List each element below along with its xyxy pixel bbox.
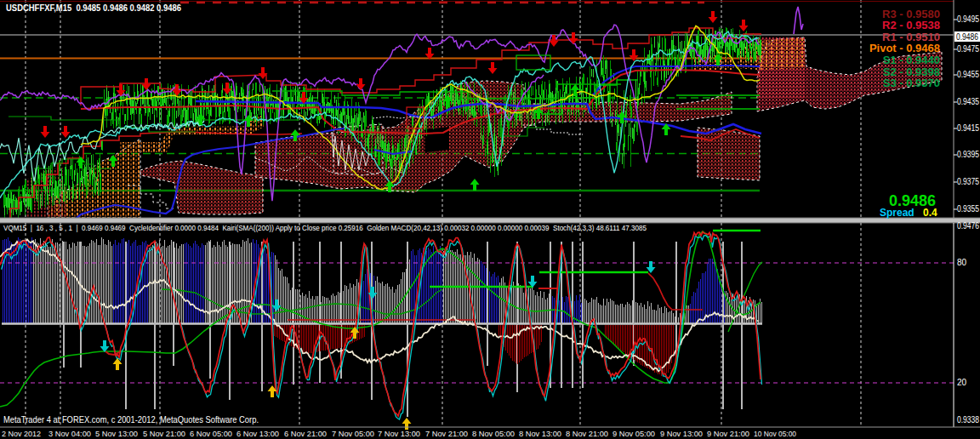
svg-text:6 Nov 21:00: 6 Nov 21:00 [284,429,327,438]
svg-text:USDCHFFXF,M15 0.9485 0.9486 0: USDCHFFXF,M15 0.9485 0.9486 0.9482 0.948… [6,3,181,13]
svg-text:0.9338: 0.9338 [957,415,979,425]
svg-text:7 Nov 21:00: 7 Nov 21:00 [425,429,468,438]
svg-text:8 Nov 05:00: 8 Nov 05:00 [472,429,515,438]
svg-text:0.4: 0.4 [923,207,937,219]
svg-text:7 Nov 05:00: 7 Nov 05:00 [332,429,374,438]
svg-text:0.9435: 0.9435 [957,97,979,106]
svg-text:Pivot - 0.9468: Pivot - 0.9468 [869,42,940,54]
svg-text:VQM15 | 16 , 3 , 5 , 1 | 0: VQM15 | 16 , 3 , 5 , 1 | 0.9469 0.9469 C… [3,223,647,232]
svg-text:0.9495: 0.9495 [957,14,979,24]
svg-text:0.9486: 0.9486 [956,32,978,42]
svg-text:8 Nov 13:00: 8 Nov 13:00 [519,429,561,438]
svg-text:9 Nov 05:00: 9 Nov 05:00 [612,429,655,438]
svg-text:5 Nov 13:00: 5 Nov 13:00 [95,429,138,438]
svg-text:9 Nov 21:00: 9 Nov 21:00 [707,429,749,438]
svg-text:MetaTrader 4 at FOREX.com, c 2: MetaTrader 4 at FOREX.com, c 2001-2012, … [3,414,259,425]
svg-text:2 Nov 2012: 2 Nov 2012 [2,429,41,438]
svg-text:0.9415: 0.9415 [957,123,979,133]
svg-text:80: 80 [957,258,967,267]
svg-text:3 Nov 04:00: 3 Nov 04:00 [48,429,91,438]
svg-text:9 Nov 13:00: 9 Nov 13:00 [660,429,703,438]
svg-text:6 Nov 05:00: 6 Nov 05:00 [190,429,232,438]
svg-text:0.9375: 0.9375 [957,177,979,186]
svg-text:8 Nov 21:00: 8 Nov 21:00 [566,429,608,438]
svg-text:Spread: Spread [880,207,914,219]
svg-text:10 Nov 05:00: 10 Nov 05:00 [754,429,796,438]
svg-text:R2 - 0.9538: R2 - 0.9538 [882,19,940,31]
svg-text:0.9395: 0.9395 [957,150,979,159]
svg-text:0.9455: 0.9455 [957,70,979,79]
svg-text:6 Nov 13:00: 6 Nov 13:00 [236,429,279,438]
svg-text:0.9476: 0.9476 [957,221,979,231]
svg-text:5 Nov 21:00: 5 Nov 21:00 [143,429,185,438]
svg-text:0.9355: 0.9355 [957,204,979,214]
svg-text:S1 - 0.9440: S1 - 0.9440 [883,54,940,66]
svg-text:S3 - 0.9370: S3 - 0.9370 [883,77,940,89]
svg-text:7 Nov 13:00: 7 Nov 13:00 [378,429,420,438]
svg-text:20: 20 [957,378,967,387]
svg-text:0.9475: 0.9475 [957,44,979,54]
